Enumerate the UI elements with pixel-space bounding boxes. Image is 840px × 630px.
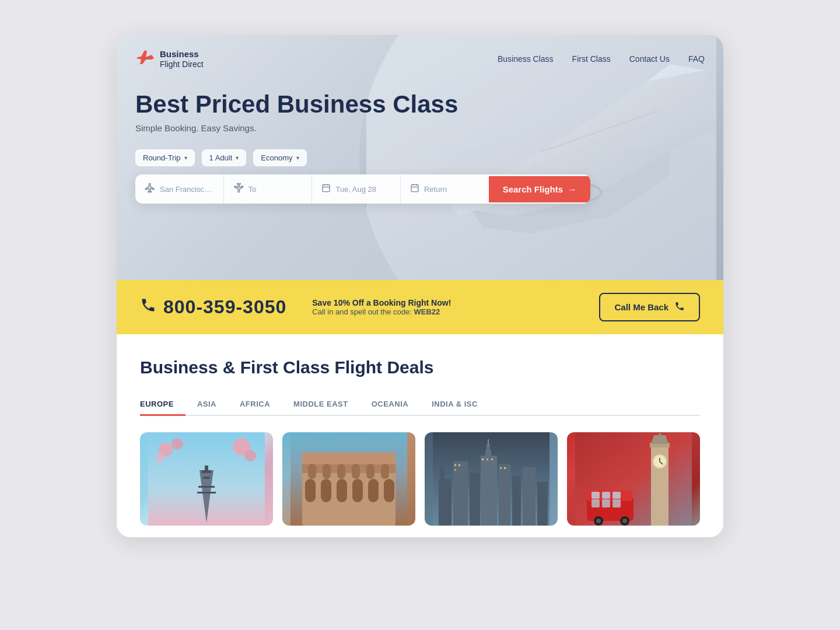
phone-icon <box>140 297 156 317</box>
svg-rect-73 <box>592 492 600 499</box>
main-card: Business Flight Direct Business Class Fi… <box>117 35 723 537</box>
svg-rect-35 <box>308 464 316 479</box>
svg-rect-21 <box>203 477 210 479</box>
navigation: Business Flight Direct Business Class Fi… <box>117 35 723 79</box>
phone-section: 800-359-3050 Save 10% Off a Booking Righ… <box>140 296 451 318</box>
cta-banner: 800-359-3050 Save 10% Off a Booking Righ… <box>117 280 723 334</box>
passengers-label: 1 Adult <box>209 153 233 162</box>
tab-india-isc[interactable]: INDIA & ISC <box>420 394 489 416</box>
class-dropdown[interactable]: Economy ▾ <box>253 149 306 166</box>
tab-europe[interactable]: EUROPE <box>140 394 186 416</box>
return-date-field[interactable]: Return <box>401 175 489 203</box>
nav-links: Business Class First Class Contact Us FA… <box>498 54 705 64</box>
brand-name-line1: Business <box>160 49 204 60</box>
svg-rect-60 <box>500 467 502 469</box>
svg-rect-53 <box>537 482 548 526</box>
depart-date-field[interactable]: Tue, Aug 28 <box>312 175 401 203</box>
destination-rome[interactable] <box>282 432 415 526</box>
destination-grid <box>140 432 700 526</box>
nav-business-class[interactable]: Business Class <box>498 54 554 64</box>
svg-rect-32 <box>352 479 363 502</box>
svg-rect-39 <box>366 464 374 479</box>
hero-title: Best Priced Business Class <box>135 90 705 118</box>
class-chevron: ▾ <box>296 155 299 161</box>
destination-paris[interactable] <box>140 432 273 526</box>
svg-rect-29 <box>305 479 316 502</box>
calendar-return-icon <box>410 183 419 195</box>
svg-rect-40 <box>381 464 389 479</box>
svg-rect-78 <box>612 499 621 508</box>
calendar-depart-icon <box>321 183 331 195</box>
from-code: SFO <box>212 185 214 194</box>
svg-rect-74 <box>602 492 610 499</box>
passengers-dropdown[interactable]: 1 Adult ▾ <box>202 149 247 166</box>
region-tabs: EUROPE ASIA AFRICA MIDDLE EAST OCEANIA I… <box>140 394 700 416</box>
to-field[interactable]: To <box>224 174 313 204</box>
call-me-back-button[interactable]: Call Me Back <box>599 293 700 321</box>
svg-rect-37 <box>337 464 345 479</box>
svg-point-16 <box>155 454 164 463</box>
svg-rect-22 <box>198 486 215 488</box>
svg-rect-47 <box>485 450 491 459</box>
svg-point-18 <box>244 450 256 461</box>
search-flights-button[interactable]: Search Flights → <box>489 176 590 202</box>
nav-faq[interactable]: FAQ <box>688 54 705 64</box>
svg-rect-28 <box>302 453 396 464</box>
tab-middle-east[interactable]: MIDDLE EAST <box>282 394 360 416</box>
deals-section: Business & First Class Flight Deals EURO… <box>117 334 723 537</box>
svg-rect-36 <box>323 464 331 479</box>
svg-rect-31 <box>337 479 347 502</box>
deals-title: Business & First Class Flight Deals <box>140 358 700 377</box>
hero-subtitle: Simple Booking. Easy Savings. <box>135 123 705 133</box>
offer-title: Save 10% Off a Booking Right Now! <box>312 298 451 307</box>
svg-rect-20 <box>202 470 211 473</box>
svg-rect-75 <box>612 492 621 499</box>
svg-rect-76 <box>592 499 600 508</box>
svg-rect-57 <box>482 459 484 460</box>
svg-point-15 <box>172 438 183 450</box>
offer-code: WEB22 <box>414 307 440 316</box>
svg-rect-51 <box>512 476 521 526</box>
logo[interactable]: Business Flight Direct <box>135 49 204 69</box>
tab-oceania[interactable]: OCEANIA <box>360 394 420 416</box>
destination-frankfurt[interactable] <box>425 432 558 526</box>
hero-section: Business Flight Direct Business Class Fi… <box>117 35 723 280</box>
svg-rect-9 <box>411 185 418 192</box>
arrival-icon <box>233 183 244 195</box>
svg-rect-24 <box>205 466 208 470</box>
hero-content: Best Priced Business Class Simple Bookin… <box>117 79 723 222</box>
nav-first-class[interactable]: First Class <box>572 54 611 64</box>
svg-rect-77 <box>602 499 610 508</box>
svg-rect-61 <box>504 467 506 469</box>
nav-contact-us[interactable]: Contact Us <box>629 54 670 64</box>
svg-rect-5 <box>323 185 330 192</box>
svg-rect-54 <box>454 464 456 466</box>
departure-icon <box>145 183 155 195</box>
offer-text: Call in and spell out the code: <box>312 307 412 316</box>
logo-plane-icon <box>135 49 154 69</box>
tab-asia[interactable]: ASIA <box>186 394 228 416</box>
logo-text: Business Flight Direct <box>160 49 204 69</box>
trip-type-chevron: ▾ <box>184 155 187 161</box>
tab-africa[interactable]: AFRICA <box>228 394 282 416</box>
svg-rect-42 <box>439 479 452 526</box>
svg-rect-33 <box>368 479 379 502</box>
from-field[interactable]: San Francisco, SFO <box>135 174 224 204</box>
destination-london[interactable] <box>567 432 700 526</box>
svg-rect-34 <box>384 479 394 502</box>
class-label: Economy <box>261 153 292 162</box>
svg-rect-43 <box>440 467 444 482</box>
call-back-label: Call Me Back <box>614 302 668 312</box>
return-date-text: Return <box>424 185 447 194</box>
phone-number: 800-359-3050 <box>163 296 286 318</box>
depart-date-text: Tue, Aug 28 <box>335 185 376 194</box>
svg-point-82 <box>622 519 627 523</box>
cta-offer: Save 10% Off a Booking Right Now! Call i… <box>312 298 451 316</box>
svg-rect-45 <box>470 473 480 526</box>
trip-type-dropdown[interactable]: Round-Trip ▾ <box>135 149 195 166</box>
to-text: To <box>249 185 257 194</box>
call-back-phone-icon <box>674 301 685 313</box>
trip-type-label: Round-Trip <box>143 153 181 162</box>
passengers-chevron: ▾ <box>236 155 239 161</box>
svg-rect-52 <box>523 467 536 526</box>
